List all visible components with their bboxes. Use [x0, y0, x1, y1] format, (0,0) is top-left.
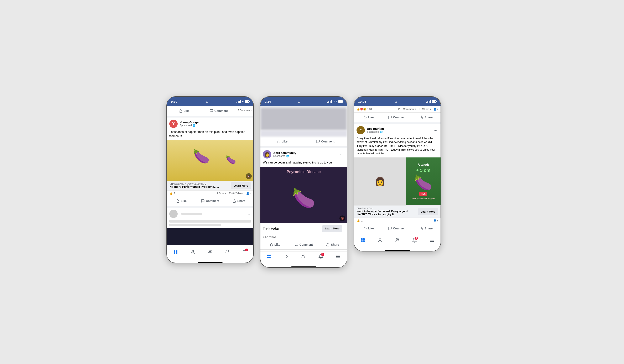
avatar-3: 🏝	[357, 126, 365, 134]
nav-menu-2[interactable]	[330, 253, 347, 260]
volume-icon-2[interactable]: 🔇	[339, 215, 345, 221]
nav-friends-2[interactable]	[295, 253, 312, 260]
comment-top-btn-3[interactable]: Comment	[383, 114, 412, 121]
link-domain-3: AMAZON.COM	[357, 207, 415, 210]
svg-rect-22	[361, 240, 363, 242]
share-post-btn-3[interactable]: Share	[412, 225, 441, 232]
like-post-btn-1[interactable]: Like	[167, 197, 196, 205]
blurred-image-2	[260, 107, 347, 130]
globe-icon-2: 🌐	[286, 155, 289, 157]
learn-more-button-2[interactable]: Learn More	[322, 225, 342, 232]
comment-blurred-btn[interactable]: Comment	[304, 138, 347, 145]
svg-point-4	[192, 250, 194, 252]
comment-post-btn-3[interactable]: Comment	[383, 225, 412, 232]
avatar-small-right-3: 👤▾	[433, 219, 438, 222]
learn-more-button-3[interactable]: Learn More	[418, 208, 438, 215]
post-name-3: Dot Tourism	[367, 127, 384, 130]
status-bar-2: 9:34 ▲ LTE	[260, 97, 347, 106]
nav-home-3[interactable]	[354, 236, 371, 244]
like-post-btn-3[interactable]: Like	[354, 225, 383, 232]
share-post-btn-1[interactable]: Share	[224, 197, 253, 205]
nav-bell-2[interactable]: 1	[312, 253, 330, 260]
like-post-btn-2[interactable]: Like	[260, 241, 289, 248]
blurred-text-2	[169, 224, 221, 226]
battery-3	[432, 100, 436, 103]
status-bar-1: 9:30 ▲ ▾	[167, 97, 253, 106]
nav-profile-1[interactable]	[184, 248, 201, 256]
bottom-nav-1: ●	[167, 247, 253, 261]
nav-menu-1[interactable]: ●	[236, 248, 253, 256]
ad-image-product-3: 👩 A week + 5 cm 🍆 RLX you'll never fear …	[354, 157, 441, 205]
post-meta-2: April community Sponsored 🌐	[273, 151, 296, 157]
comments-count: 5 Comments	[236, 107, 253, 114]
volume-icon-1[interactable]: 🔇	[246, 173, 252, 179]
avatar-small-3: 👤▾	[433, 107, 438, 111]
nav-home-2[interactable]	[260, 253, 278, 260]
status-bar-3: 10:05 ▲	[354, 97, 441, 106]
nav-bell-3[interactable]: 3	[406, 236, 423, 244]
nav-home-1[interactable]	[167, 248, 184, 256]
nav-video-2[interactable]	[278, 253, 295, 260]
status-icons-3	[426, 100, 436, 103]
phone-2: 9:34 ▲ LTE	[260, 96, 347, 268]
nav-menu-3[interactable]	[423, 236, 441, 244]
phone-content-2: Like Comment 👩 April co	[260, 106, 347, 250]
nav-bell-1[interactable]	[219, 248, 236, 256]
nav-friends-3[interactable]	[389, 236, 406, 244]
phone-1: 9:30 ▲ ▾ Like	[166, 96, 254, 263]
eggplant-video-2: 🍆	[292, 187, 315, 209]
post-header-1: Y Youraj Ghoge Sponsored 🌐 ···	[167, 118, 253, 130]
blurred-top-post-2: Like Comment	[260, 107, 347, 146]
status-icons-2: LTE	[327, 100, 343, 103]
learn-more-button-1[interactable]: Learn More	[231, 182, 251, 189]
phone-3: 10:05 ▲ 👍❤️😮 110	[354, 96, 441, 252]
nav-friends-1[interactable]	[201, 248, 219, 256]
more-options-3[interactable]: ···	[433, 127, 438, 133]
battery-2	[338, 100, 343, 103]
like-blurred-btn[interactable]: Like	[260, 138, 304, 145]
like-button-top[interactable]: Like	[167, 107, 201, 114]
signal-2	[327, 100, 332, 103]
signal-3	[426, 100, 431, 103]
blurred-action-bar-2: Like Comment	[260, 137, 347, 146]
comment-button-top[interactable]: Comment	[201, 107, 236, 114]
comment-post-btn-1[interactable]: Comment	[196, 197, 225, 205]
wifi-icon-1: ▾	[242, 100, 244, 103]
top-action-bar-1: Like Comment 5 Comments	[167, 106, 253, 116]
like-top-btn-3[interactable]: Like	[354, 114, 383, 121]
engagement-bar-3: 👍❤️😮 110 118 Comments 15 Shares 👤▾	[354, 106, 441, 112]
comment-post-btn-2[interactable]: Comment	[289, 241, 318, 248]
post-meta-3: Dot Tourism Sponsored 🌐	[367, 127, 384, 133]
post-text-1: Thousands of happier men on this plan.. …	[167, 130, 253, 140]
more-options-1b[interactable]: ···	[246, 211, 251, 217]
avatar-1: Y	[169, 120, 178, 128]
svg-point-24	[379, 238, 381, 240]
post-name-2: April community	[273, 151, 296, 155]
reactions-left-3: 👍 1	[357, 219, 363, 222]
lte-2: LTE	[333, 100, 337, 103]
more-options-2[interactable]: ···	[339, 151, 344, 158]
status-icons-1: ▾	[236, 100, 249, 103]
svg-rect-3	[176, 252, 178, 254]
svg-rect-11	[269, 255, 271, 256]
blurred-image-1	[167, 228, 253, 245]
blurred-name-1	[181, 213, 202, 215]
like-reaction-3: 👍	[357, 219, 360, 222]
post-text-3: Every time I feel refreshed! Want to be …	[354, 136, 441, 157]
action-bar-post1: Like Comment Share	[167, 196, 253, 206]
more-options-1[interactable]: ···	[246, 121, 251, 127]
svg-point-26	[397, 238, 398, 240]
avatar-1b	[169, 210, 178, 218]
post-card-2: 👩 April community Sponsored 🌐 ··· We can…	[260, 148, 347, 250]
post-meta-1: Youraj Ghoge Sponsored 🌐	[180, 121, 199, 127]
share-post-btn-2[interactable]: Share	[318, 241, 347, 248]
signal-1	[236, 100, 241, 103]
share-top-btn-3[interactable]: Share	[412, 114, 441, 121]
engagement-right-3: 118 Comments 15 Shares 👤▾	[398, 107, 438, 111]
svg-rect-1	[176, 250, 178, 252]
eggplant-product-3: 🍆	[414, 174, 432, 191]
video-container-2[interactable]: Peyronie's Disease 🍆 🔇	[260, 167, 347, 223]
link-title-3: Want to be a perfect man? Enjoy a good l…	[357, 210, 415, 216]
nav-profile-3[interactable]	[371, 236, 389, 244]
like-reaction-1: 👍	[169, 192, 173, 195]
